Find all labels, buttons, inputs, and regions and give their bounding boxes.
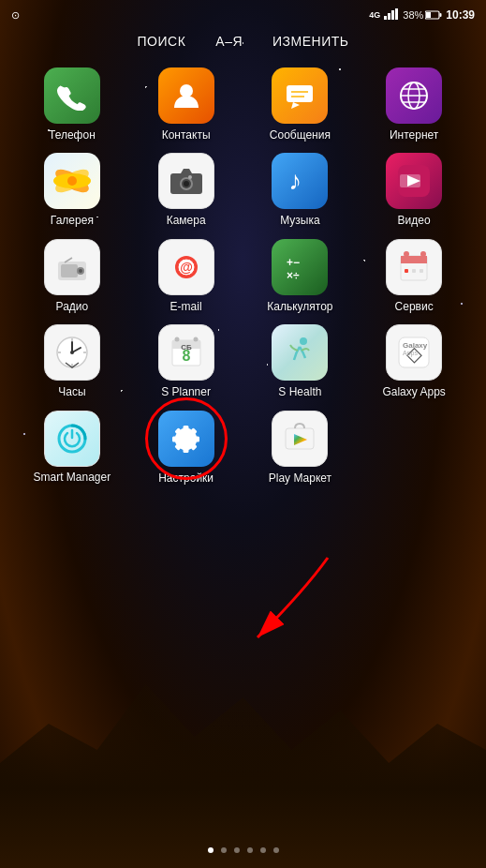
shealth-label: S Health [278, 385, 321, 398]
svg-point-24 [188, 175, 192, 179]
svg-rect-8 [287, 85, 313, 102]
service-label: Сервис [395, 300, 434, 313]
app-galaxyapps[interactable]: ◇ Galaxy Apps Galaxy Apps [372, 324, 456, 398]
page-dot-5[interactable] [260, 847, 266, 853]
app-gallery[interactable]: Галерея [30, 153, 114, 227]
svg-point-41 [420, 251, 426, 257]
az-menu-item[interactable]: А–Я [215, 34, 243, 49]
svg-text:♪: ♪ [288, 166, 302, 195]
app-empty [372, 411, 456, 471]
svg-text:×÷: ×÷ [287, 269, 300, 282]
app-row-1: Телефон Контакты [15, 67, 471, 142]
smartmanager-icon [44, 411, 100, 467]
playmarket-icon [272, 411, 328, 467]
alarm-icon: ⊙ [11, 9, 20, 22]
app-music[interactable]: ♪ Музыка [258, 153, 342, 227]
app-row-4: Часы СБ 8 S Planner [15, 324, 471, 398]
svg-rect-1 [388, 13, 390, 20]
signal-icon [384, 8, 399, 22]
page-dot-6[interactable] [273, 847, 279, 853]
video-label: Видео [398, 214, 431, 227]
app-playmarket[interactable]: Play Маркет [258, 411, 342, 485]
page-dots [0, 840, 486, 868]
svg-rect-45 [420, 269, 423, 273]
app-video[interactable]: Видео [372, 153, 456, 227]
messages-label: Сообщения [270, 128, 331, 142]
internet-icon [386, 67, 442, 124]
contacts-icon [158, 67, 214, 124]
playmarket-label: Play Маркет [269, 471, 331, 485]
edit-menu-item[interactable]: ИЗМЕНИТЬ [272, 34, 348, 49]
app-messages[interactable]: Сообщения [258, 67, 342, 142]
svg-rect-44 [412, 269, 416, 273]
svg-rect-30 [61, 264, 78, 277]
page-dot-1[interactable] [208, 847, 214, 853]
messages-icon [272, 67, 328, 124]
app-radio[interactable]: Радио [30, 239, 114, 313]
svg-point-42 [404, 251, 409, 257]
svg-rect-40 [401, 256, 427, 263]
gallery-label: Галерея [51, 214, 94, 227]
app-smartmanager[interactable]: Smart Manager [30, 411, 114, 484]
settings-label: Настройки [158, 471, 214, 485]
svg-text:@: @ [180, 260, 193, 275]
app-splanner[interactable]: СБ 8 S Planner [144, 324, 228, 398]
music-label: Музыка [280, 214, 319, 227]
top-menu: ПОИСК А–Я ИЗМЕНИТЬ [0, 26, 486, 60]
app-email[interactable]: @ E-mail [144, 239, 228, 313]
status-left: ⊙ [11, 9, 20, 22]
internet-label: Интернет [390, 128, 438, 142]
app-settings[interactable]: Настройки [144, 411, 228, 485]
calculator-icon: +− ×÷ [272, 239, 328, 295]
4g-icon: 4G [369, 10, 380, 20]
svg-text:Apps: Apps [403, 350, 418, 357]
clock-label: Часы [58, 385, 85, 398]
galaxyapps-label: Galaxy Apps [382, 385, 445, 398]
app-clock[interactable]: Часы [30, 324, 114, 398]
smartmanager-label: Smart Manager [34, 471, 111, 484]
app-contacts[interactable]: Контакты [144, 67, 228, 142]
battery-percent: 38% [403, 9, 423, 21]
shealth-icon [272, 324, 328, 381]
app-shealth[interactable]: S Health [258, 324, 342, 398]
svg-point-59 [193, 337, 198, 342]
gallery-icon [44, 153, 100, 209]
camera-icon [158, 153, 214, 209]
calculator-label: Калькулятор [267, 300, 332, 313]
splanner-icon: СБ 8 [158, 324, 214, 381]
settings-icon [158, 411, 214, 467]
svg-point-7 [180, 84, 193, 97]
app-internet[interactable]: Интернет [372, 67, 456, 142]
svg-point-32 [79, 269, 82, 273]
app-phone[interactable]: Телефон [30, 67, 114, 142]
status-bar: ⊙ 4G 38% 10:39 [0, 0, 486, 26]
svg-text:Galaxy: Galaxy [403, 341, 428, 350]
app-row-5: Smart Manager Настройки [15, 411, 471, 485]
svg-text:+−: +− [287, 256, 300, 269]
app-service[interactable]: Сервис [372, 239, 456, 313]
svg-point-58 [174, 337, 179, 342]
camera-label: Камера [167, 214, 206, 227]
app-camera[interactable]: Камера [144, 153, 228, 227]
svg-point-23 [184, 181, 189, 187]
service-icon [386, 239, 442, 295]
email-icon: @ [158, 239, 214, 295]
video-icon [386, 153, 442, 209]
battery-icon: 38% [403, 9, 442, 21]
contacts-label: Контакты [162, 128, 211, 142]
svg-point-49 [70, 351, 74, 354]
svg-text:8: 8 [182, 348, 190, 364]
app-row-2: Галерея Камера [15, 153, 471, 227]
page-dot-2[interactable] [221, 847, 227, 853]
phone-label: Телефон [49, 128, 96, 142]
search-menu-item[interactable]: ПОИСК [138, 34, 186, 49]
svg-rect-5 [440, 13, 442, 17]
svg-point-60 [300, 337, 307, 345]
radio-label: Радио [56, 300, 89, 313]
svg-rect-43 [405, 269, 408, 273]
svg-rect-0 [384, 16, 387, 20]
radio-icon [44, 239, 100, 295]
page-dot-3[interactable] [234, 847, 240, 853]
app-calculator[interactable]: +− ×÷ Калькулятор [258, 239, 342, 313]
page-dot-4[interactable] [247, 847, 253, 853]
